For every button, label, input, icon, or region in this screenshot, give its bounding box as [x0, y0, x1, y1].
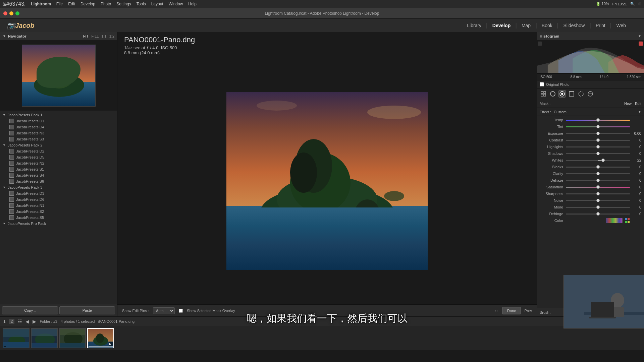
slider-tint-thumb[interactable]	[596, 125, 600, 128]
list-item[interactable]: JacobPresets S5	[0, 215, 117, 221]
slider-blacks-thumb[interactable]	[596, 165, 600, 169]
list-item[interactable]: JacobPresets D3	[0, 190, 117, 196]
preset-group-2-header[interactable]: ▼ JacobPresets Pack 2	[0, 142, 117, 148]
slider-sharpness-thumb[interactable]	[596, 192, 600, 195]
list-item[interactable]: JacobPresets S6	[0, 178, 117, 184]
nav-1-1-option[interactable]: 1:1	[101, 34, 106, 38]
apple-menu[interactable]: &#63743;	[3, 1, 26, 7]
slider-clarity-thumb[interactable]	[596, 172, 600, 175]
menu-develop[interactable]: Develop	[80, 2, 95, 6]
list-item[interactable]: JacobPresets S4	[0, 172, 117, 178]
slider-saturation-track[interactable]	[566, 187, 630, 188]
list-item[interactable]: JacobPresets S3	[0, 136, 117, 142]
slider-shadows-track[interactable]	[566, 153, 630, 154]
film-thumb-3[interactable]	[59, 328, 86, 348]
menu-help[interactable]: Help	[188, 2, 197, 6]
grid-tool-icon[interactable]	[540, 90, 547, 98]
slider-saturation-thumb[interactable]	[596, 185, 600, 189]
list-item[interactable]: JacobPresets D4	[0, 124, 117, 130]
list-item[interactable]: JacobPresets D2	[0, 148, 117, 154]
paste-button[interactable]: Paste	[59, 306, 115, 314]
menu-settings[interactable]: Settings	[116, 2, 131, 6]
slider-tint-track[interactable]	[566, 126, 630, 127]
slider-whites-track[interactable]	[566, 160, 630, 161]
slider-exposure-thumb[interactable]	[596, 132, 600, 135]
circle-fill-tool-icon[interactable]	[558, 90, 566, 98]
list-item[interactable]: JacobPresets D5	[0, 154, 117, 160]
preset-group-4-header[interactable]: ▼ JacobPresets Pro Pack	[0, 221, 117, 227]
film-thumb-4-selected[interactable]: ▶	[87, 328, 114, 348]
slider-temp-thumb[interactable]	[596, 118, 600, 122]
slider-noise-thumb[interactable]	[596, 199, 600, 202]
nav-fill-option[interactable]: FILL	[91, 34, 99, 38]
grid-view-icon[interactable]: ☷	[18, 319, 22, 324]
color-picker-preview[interactable]	[606, 218, 623, 223]
list-item[interactable]: JacobPresets S1	[0, 166, 117, 172]
slider-noise-track[interactable]	[566, 200, 630, 201]
slider-blacks-track[interactable]	[566, 167, 630, 168]
list-item[interactable]: JacobPresets N1	[0, 202, 117, 208]
control-icon[interactable]: ⊞	[638, 2, 641, 6]
menu-tools[interactable]: Tools	[137, 2, 146, 6]
copy-button[interactable]: Copy...	[2, 306, 58, 314]
preset-group-1-header[interactable]: ▼ JacobPresets Pack 1	[0, 112, 117, 118]
slider-highlights-track[interactable]	[566, 146, 630, 147]
slider-temp-track[interactable]	[566, 120, 630, 121]
slider-exposure-track[interactable]	[566, 133, 630, 134]
menu-file[interactable]: File	[56, 2, 63, 6]
navigator-collapse-icon[interactable]: ▼	[3, 34, 6, 38]
menu-window[interactable]: Window	[169, 2, 183, 6]
film-thumb-1[interactable]	[3, 328, 30, 348]
slider-defringe-track[interactable]	[566, 214, 630, 215]
done-button[interactable]: Done	[502, 307, 521, 314]
slider-moire-track[interactable]	[566, 207, 630, 208]
photo-container[interactable]	[117, 57, 537, 304]
preset-group-3-header[interactable]: ▼ JacobPresets Pack 3	[0, 184, 117, 190]
slider-shadows-thumb[interactable]	[596, 152, 600, 155]
slider-contrast-track[interactable]	[566, 140, 630, 141]
nav-slideshow[interactable]: Slideshow	[558, 19, 589, 32]
nav-web[interactable]: Web	[611, 19, 631, 32]
menu-edit[interactable]: Edit	[68, 2, 75, 6]
slider-icon[interactable]	[587, 90, 594, 98]
menu-photo[interactable]: Photo	[101, 2, 111, 6]
list-item[interactable]: JacobPresets D6	[0, 196, 117, 202]
minimize-button[interactable]	[9, 11, 13, 15]
list-item[interactable]: JacobPresets N3	[0, 130, 117, 136]
menu-layout[interactable]: Layout	[151, 2, 163, 6]
nav-library[interactable]: Library	[462, 19, 486, 32]
effect-dropdown-icon[interactable]: ▼	[638, 110, 641, 114]
slider-clarity-track[interactable]	[566, 173, 630, 174]
mask-new-button[interactable]: New	[624, 102, 632, 106]
nav-fit-option[interactable]: FIT	[83, 34, 89, 38]
show-overlay-checkbox[interactable]	[179, 309, 183, 313]
histogram-collapse-icon[interactable]: ▼	[638, 34, 641, 38]
film-thumb-2[interactable]	[31, 328, 58, 348]
slider-whites-thumb[interactable]	[601, 159, 605, 162]
slider-dehaze-thumb[interactable]	[596, 179, 600, 182]
prev-button[interactable]: Prev	[524, 309, 532, 313]
slider-moire-thumb[interactable]	[596, 205, 600, 209]
list-item[interactable]: JacobPresets N2	[0, 160, 117, 166]
nav-print[interactable]: Print	[591, 19, 610, 32]
circle-tool-icon[interactable]	[549, 90, 556, 98]
prev-arrow[interactable]: ◀	[25, 319, 29, 324]
next-arrow[interactable]: ▶	[33, 319, 36, 324]
nav-map[interactable]: Map	[517, 19, 535, 32]
slider-sharpness-track[interactable]	[566, 193, 630, 194]
list-item[interactable]: JacobPresets S2	[0, 208, 117, 215]
search-icon[interactable]: 🔍	[630, 2, 635, 6]
mask-edit-button[interactable]: Edit	[635, 102, 641, 106]
edit-pins-select[interactable]: Auto Never Always	[153, 307, 175, 314]
nav-book[interactable]: Book	[537, 19, 557, 32]
maximize-button[interactable]	[15, 11, 19, 15]
list-item[interactable]: JacobPresets D1	[0, 118, 117, 124]
original-photo-checkbox[interactable]	[540, 82, 544, 86]
slider-defringe-thumb[interactable]	[596, 212, 600, 216]
circle-dashed-icon[interactable]	[577, 90, 585, 98]
nav-develop[interactable]: Develop	[488, 19, 515, 32]
nav-1-2-option[interactable]: 1:2	[109, 34, 114, 38]
expand-icon[interactable]: ↔	[494, 308, 499, 313]
color-swatch-icon[interactable]	[625, 218, 630, 223]
close-button[interactable]	[3, 11, 7, 15]
